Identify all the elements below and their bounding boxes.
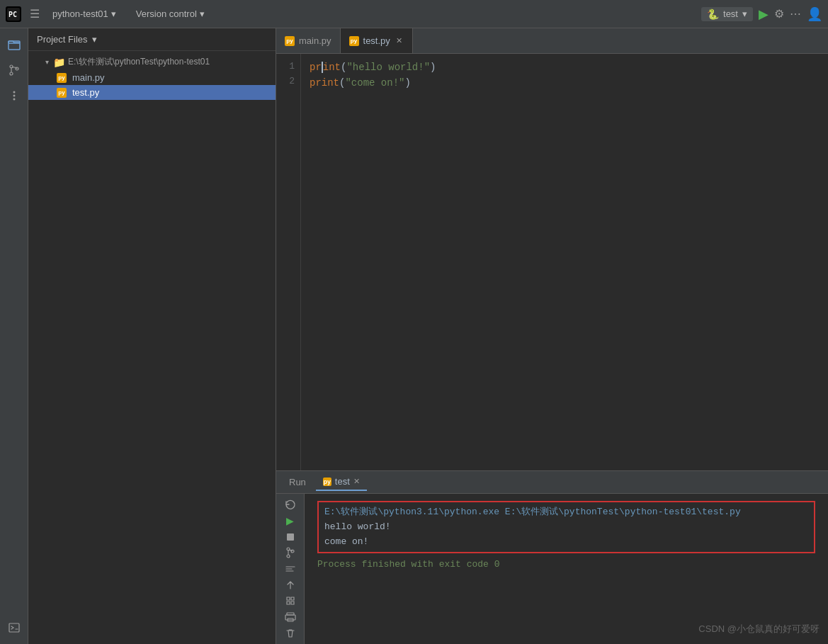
editor-area: py main.py py test.py ✕ 1 2 print("hello… [276,28,828,644]
scroll-icon[interactable] [280,563,300,576]
tab-main-py[interactable]: py main.py [276,28,341,53]
root-path-label: E:\软件测试\pythonTest\python-test01 [68,56,210,68]
vcs-arrow: ▾ [200,9,205,19]
bottom-tab-run[interactable]: Run [282,474,313,490]
project-name: python-test01 [52,9,108,19]
app-logo: PC [6,6,21,22]
delete-icon[interactable] [280,626,300,640]
file-panel: Project Files ▾ ▾ 📁 E:\软件测试\pythonTest\p… [28,28,276,644]
svg-point-4 [10,72,13,75]
code-content[interactable]: print("hello world!") print("come on!") [301,54,828,470]
more-options-button[interactable]: ⋯ [790,7,801,21]
collapse-icon[interactable] [280,578,300,592]
run-tab-label: Run [289,477,306,487]
string-comeon: "come on!" [345,77,404,89]
user-button[interactable]: 👤 [807,6,822,22]
sidebar-bottom-icons [4,617,25,644]
git-bottom-icon[interactable] [280,546,300,560]
bottom-tabs: Run py test ✕ [276,471,828,494]
code-line-2: print("come on!") [310,75,820,91]
tree-item-test-py[interactable]: py test.py [28,85,276,100]
vcs-menu[interactable]: Version control ▾ [132,7,209,21]
run-config-selector[interactable]: 🐍 test ▾ [701,7,753,21]
keyword-print-1b: int [323,62,341,73]
console-area: E:\软件测试\python3.11\python.exe E:\软件测试\py… [305,494,828,644]
hamburger-menu[interactable]: ☰ [27,4,42,23]
editor-tabs: py main.py py test.py ✕ [276,28,828,54]
tree-root-folder[interactable]: ▾ 📁 E:\软件测试\pythonTest\python-test01 [28,54,276,70]
file-panel-arrow: ▾ [92,34,97,45]
tree-arrow-root: ▾ [45,58,49,66]
console-output: E:\软件测试\python3.11\python.exe E:\软件测试\py… [305,494,828,644]
console-process: Process finished with exit code 0 [317,558,815,572]
console-line-1: hello world! [324,520,808,535]
console-command: E:\软件测试\python3.11\python.exe E:\软件测试\py… [324,505,808,520]
keyword-print-2: print [310,77,339,89]
debug-button[interactable]: ⚙ [774,7,784,21]
file-panel-header[interactable]: Project Files ▾ [28,28,276,51]
tab-close-test[interactable]: ✕ [395,35,404,47]
tab-test-py[interactable]: py test.py ✕ [341,28,413,53]
watermark: CSDN @小仓鼠真的好可爱呀 [698,623,820,635]
print-icon[interactable] [280,611,300,624]
tab-icon-main: py [285,36,295,46]
tree-item-main-py[interactable]: py main.py [28,70,276,85]
svg-rect-15 [285,615,295,620]
console-output-box: E:\软件测试\python3.11\python.exe E:\软件测试\py… [317,501,815,553]
test-tab-label: test [335,476,350,487]
line-num-1: 1 [282,60,295,74]
tab-label-test: test.py [363,35,390,46]
sidebar-icon-more[interactable] [4,85,25,106]
rerun-icon[interactable] [280,498,300,512]
file-tree: ▾ 📁 E:\软件测试\pythonTest\python-test01 py … [28,51,276,644]
run-button[interactable]: ▶ [759,6,769,22]
sidebar-icons [0,28,28,644]
svg-point-7 [13,95,15,97]
bottom-tab-test[interactable]: py test ✕ [316,473,367,491]
run-icon[interactable]: ▶ [280,514,300,528]
bottom-tab-close-test[interactable]: ✕ [353,477,360,486]
line-numbers: 1 2 [276,54,301,470]
py-icon-main: py [57,73,67,83]
vcs-label: Version control [136,9,197,19]
code-line-1: print("hello world!") [310,60,820,75]
line-num-2: 2 [282,74,295,89]
run-config-arrow: ▾ [742,9,747,19]
main-py-label: main.py [72,72,105,83]
svg-point-12 [287,555,290,558]
svg-point-6 [13,91,15,94]
code-editor[interactable]: 1 2 print("hello world!") print("come on… [276,54,828,470]
test-py-label: test.py [72,87,99,98]
project-arrow: ▾ [111,9,116,19]
titlebar: PC ☰ python-test01 ▾ Version control ▾ 🐍… [0,0,828,28]
sidebar-icon-git[interactable] [4,60,25,81]
tab-label-main: main.py [299,35,331,46]
svg-text:PC: PC [8,11,17,18]
py-icon-test: py [57,88,67,98]
console-line-2: come on! [324,535,808,550]
open-icon[interactable] [280,594,300,608]
sidebar-icon-terminal[interactable] [4,617,25,638]
main-area: Project Files ▾ ▾ 📁 E:\软件测试\pythonTest\p… [0,28,828,644]
string-hello: "hello world!" [346,62,430,73]
sidebar-icon-folder[interactable] [4,34,25,55]
bottom-content: ▶ [276,494,828,644]
tab-icon-test: py [349,36,359,46]
bottom-left-icons: ▶ [276,494,305,644]
python-run-icon: 🐍 [707,9,719,20]
run-config-name: test [723,9,738,19]
project-selector[interactable]: python-test01 ▾ [48,7,120,21]
project-files-label: Project Files [37,34,88,45]
svg-point-8 [13,98,15,101]
svg-rect-10 [287,533,294,541]
keyword-print-1: pr [310,62,322,73]
titlebar-right: 🐍 test ▾ ▶ ⚙ ⋯ 👤 [701,6,822,22]
stop-icon[interactable] [280,530,300,543]
bottom-panel: Run py test ✕ ▶ [276,470,828,644]
folder-icon: 📁 [53,57,65,68]
bottom-tab-icon-test: py [323,478,331,486]
